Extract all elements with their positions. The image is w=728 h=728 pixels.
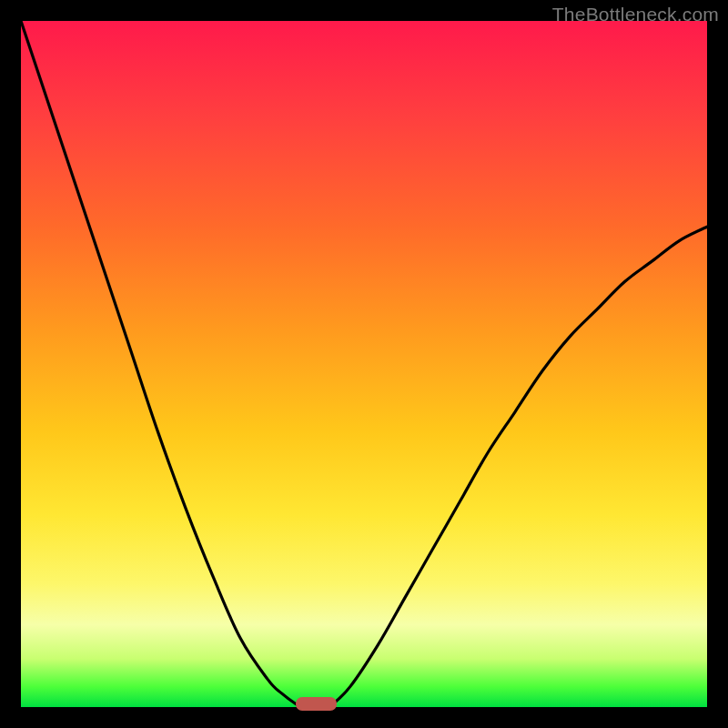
curves-svg <box>21 21 707 707</box>
left-curve <box>21 21 302 707</box>
plot-area <box>21 21 707 707</box>
right-curve <box>329 227 707 707</box>
chart-frame: TheBottleneck.com <box>0 0 728 728</box>
watermark-text: TheBottleneck.com <box>552 4 719 25</box>
minimum-marker <box>296 697 337 711</box>
